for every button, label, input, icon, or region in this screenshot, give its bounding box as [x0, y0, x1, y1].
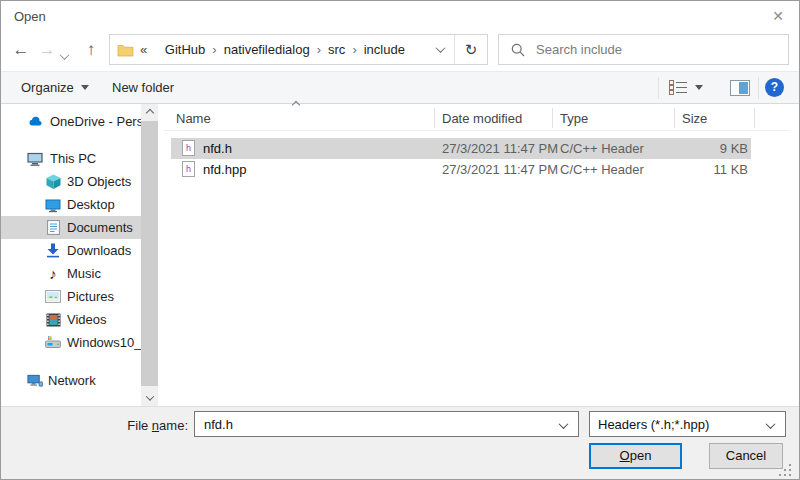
search-icon: [511, 43, 525, 57]
column-header-name[interactable]: Name: [176, 111, 211, 126]
header-underline: [164, 130, 789, 131]
sidebar-item-onedrive[interactable]: OneDrive - Personal: [1, 110, 141, 133]
file-type: C/C++ Header: [560, 162, 644, 177]
breadcrumb-segment-src[interactable]: src: [328, 42, 345, 57]
column-header-size[interactable]: Size: [682, 111, 707, 126]
new-folder-label: New folder: [112, 80, 174, 95]
scroll-up-icon[interactable]: [141, 104, 158, 121]
breadcrumb-overflow[interactable]: «: [140, 42, 147, 57]
sidebar-item-label: Documents: [67, 220, 141, 235]
sidebar-item-label: Downloads: [67, 243, 141, 258]
dialog-footer: File name: Headers (*.h;*.hpp) Open Canc…: [1, 406, 799, 480]
file-date-modified: 27/3/2021 11:47 PM: [442, 141, 558, 156]
file-name: nfd.hpp: [203, 162, 246, 177]
videos-icon: [45, 312, 61, 328]
file-name-combobox[interactable]: [194, 411, 579, 437]
breadcrumb-separator: [147, 42, 165, 57]
preview-pane-icon: [730, 80, 750, 96]
sidebar-item-label: This PC: [50, 151, 141, 166]
file-name-label: File name:: [91, 418, 188, 433]
sidebar-item-this-pc[interactable]: This PC: [1, 147, 141, 170]
sidebar-item-label: Music: [67, 266, 141, 281]
onedrive-cloud-icon: [27, 114, 43, 130]
file-type-value: Headers (*.h;*.hpp): [598, 417, 709, 432]
title-bar: Open ✕: [1, 1, 799, 31]
sidebar-item-label: 3D Objects: [67, 174, 141, 189]
preview-pane-button[interactable]: [730, 72, 750, 103]
organize-dropdown-icon: [81, 85, 89, 90]
help-button[interactable]: ?: [765, 78, 784, 97]
address-dropdown-chevron-icon[interactable]: [426, 35, 454, 64]
breadcrumb-separator-icon[interactable]: ›: [205, 42, 223, 57]
column-header-type[interactable]: Type: [560, 111, 588, 126]
search-box[interactable]: [498, 34, 789, 65]
sidebar-item-label: Pictures: [67, 289, 141, 304]
open-button[interactable]: Open: [589, 443, 682, 469]
command-toolbar: Organize New folder ?: [1, 71, 799, 104]
desktop-icon: [45, 197, 61, 213]
up-icon[interactable]: ↑: [79, 39, 103, 63]
breadcrumb-segment-github[interactable]: GitHub: [165, 42, 205, 57]
sidebar-item-label: Windows10_OS (C:): [67, 335, 141, 350]
column-divider[interactable]: [754, 108, 755, 128]
file-size: 11 KB: [651, 162, 748, 177]
column-divider[interactable]: [674, 108, 675, 128]
back-icon[interactable]: ←: [9, 39, 33, 63]
file-name: nfd.h: [203, 141, 232, 156]
details-view-icon: [669, 80, 688, 95]
file-name-input[interactable]: [202, 416, 556, 433]
sidebar-item-label: Network: [48, 373, 141, 388]
cancel-button[interactable]: Cancel: [709, 443, 783, 469]
scrollbar-thumb[interactable]: [141, 121, 158, 386]
breadcrumb: « GitHub › nativefiledialog › src › incl…: [110, 42, 426, 57]
dialog-title: Open: [14, 9, 46, 24]
recent-locations-chevron-icon[interactable]: [61, 48, 68, 63]
column-divider[interactable]: [434, 108, 435, 128]
cpp-header-file-icon: h: [182, 140, 195, 156]
sidebar-item-documents[interactable]: Documents: [1, 216, 141, 239]
refresh-icon[interactable]: ↻: [454, 35, 487, 64]
organize-button[interactable]: Organize: [21, 72, 89, 103]
sidebar-item-videos[interactable]: Videos: [1, 308, 141, 331]
scroll-down-icon[interactable]: [141, 389, 158, 406]
breadcrumb-separator-icon[interactable]: ›: [310, 42, 328, 57]
sidebar-item-pictures[interactable]: Pictures: [1, 285, 141, 308]
file-size: 9 KB: [651, 141, 748, 156]
column-divider[interactable]: [552, 108, 553, 128]
organize-label: Organize: [21, 80, 74, 95]
music-note-icon: ♪: [45, 266, 61, 282]
column-header-date-modified[interactable]: Date modified: [442, 111, 522, 126]
new-folder-button[interactable]: New folder: [112, 72, 174, 103]
resize-grip-icon[interactable]: [779, 464, 792, 477]
file-type: C/C++ Header: [560, 141, 644, 156]
pictures-icon: [45, 289, 61, 305]
sidebar-item-desktop[interactable]: Desktop: [1, 193, 141, 216]
network-icon: [27, 373, 43, 389]
3d-objects-icon: [45, 174, 61, 190]
sidebar-item-label: Videos: [67, 312, 141, 327]
sidebar-item-downloads[interactable]: Downloads: [1, 239, 141, 262]
this-pc-icon: [27, 151, 43, 167]
file-row-nfd-hpp[interactable]: h nfd.hpp 27/3/2021 11:47 PM C/C++ Heade…: [171, 159, 751, 180]
sidebar-item-windows10-os-drive[interactable]: Windows10_OS (C:): [1, 331, 141, 354]
file-name-dropdown-chevron-icon[interactable]: [559, 419, 569, 429]
address-bar[interactable]: « GitHub › nativefiledialog › src › incl…: [109, 34, 488, 65]
file-type-select[interactable]: Headers (*.h;*.hpp): [589, 411, 786, 437]
sidebar-item-label: Desktop: [67, 197, 141, 212]
sidebar-item-label: OneDrive - Personal: [50, 114, 141, 129]
file-row-nfd-h[interactable]: h nfd.h 27/3/2021 11:47 PM C/C++ Header …: [171, 138, 751, 159]
toolbar-divider: [758, 77, 759, 99]
file-type-dropdown-chevron-icon[interactable]: [766, 419, 776, 429]
close-icon[interactable]: ✕: [763, 4, 793, 28]
sidebar-item-3d-objects[interactable]: 3D Objects: [1, 170, 141, 193]
sidebar-item-network[interactable]: Network: [1, 369, 141, 392]
documents-icon: [45, 220, 61, 236]
breadcrumb-segment-include[interactable]: include: [364, 42, 405, 57]
breadcrumb-segment-nativefiledialog[interactable]: nativefiledialog: [224, 42, 310, 57]
forward-icon: →: [35, 39, 59, 63]
sidebar-scrollbar[interactable]: [141, 104, 158, 406]
search-input[interactable]: [534, 41, 788, 58]
change-view-button[interactable]: [669, 72, 703, 103]
sidebar-item-music[interactable]: ♪ Music: [1, 262, 141, 285]
breadcrumb-separator-icon[interactable]: ›: [345, 42, 363, 57]
